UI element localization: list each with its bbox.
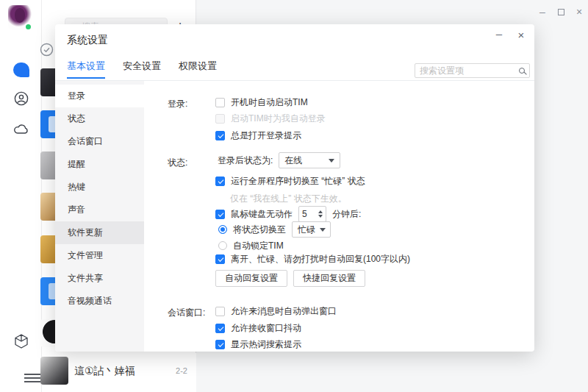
sidebar-item-cloud-files[interactable] <box>0 122 42 135</box>
tab-permission-settings[interactable]: 权限设置 <box>179 55 217 80</box>
checkbox-icon <box>215 324 225 333</box>
checkbox-icon <box>215 177 225 186</box>
dropdown-value: 忙碌 <box>298 224 315 236</box>
checkbox-label: 总是打开登录提示 <box>231 129 301 142</box>
nav-item-status[interactable]: 状态 <box>55 107 144 130</box>
checkbox-fullscreen-busy[interactable]: 运行全屏程序时切换至 “忙碌” 状态 <box>215 173 365 189</box>
tab-security-settings[interactable]: 安全设置 <box>123 55 161 80</box>
checkbox-icon <box>215 307 225 316</box>
checkbox-icon <box>215 340 225 349</box>
fullscreen-hint: 仅在 “我在线上” 状态下生效。 <box>230 193 347 205</box>
nav-item-av-call[interactable]: 音视频通话 <box>55 290 144 313</box>
radio-switch-status[interactable]: 将状态切换至 忙碌 <box>218 221 331 238</box>
hamburger-icon <box>24 374 40 375</box>
nav-item-login[interactable]: 登录 <box>55 85 144 107</box>
dialog-minimize-button[interactable]: – <box>492 26 506 41</box>
app-minimize-button[interactable]: – <box>535 4 550 19</box>
nav-item-session[interactable]: 会话窗口 <box>55 130 144 153</box>
tab-basic-settings[interactable]: 基本设置 <box>67 55 105 80</box>
nav-item-file-share[interactable]: 文件共享 <box>55 267 144 290</box>
autoreply-settings-button[interactable]: 自动回复设置 <box>215 270 287 287</box>
checkbox-icon <box>215 254 225 264</box>
chevron-down-icon <box>320 228 326 232</box>
sidebar-item-contacts[interactable] <box>0 91 42 106</box>
after-login-status-row: 登录后状态为: 在线 <box>218 152 340 168</box>
contacts-icon <box>14 91 29 106</box>
checkbox-hotword-search[interactable]: 显示热词搜索提示 <box>215 336 301 352</box>
list-item[interactable]: 這①詀丶婞福 2-2 <box>42 353 196 392</box>
settings-search-placeholder: 搜索设置项 <box>420 65 519 77</box>
chat-bubble-icon <box>13 63 29 77</box>
section-label-status: 状态: <box>168 157 187 169</box>
checkbox-autologin[interactable]: 启动TIM时为我自动登录 <box>215 110 326 126</box>
checkbox-icon <box>215 98 225 107</box>
checkbox-label: 允许接收窗口抖动 <box>231 322 301 335</box>
settings-search-input[interactable]: 搜索设置项 <box>415 63 530 78</box>
cloud-icon <box>13 122 29 135</box>
idle-suffix-label: 分钟后: <box>332 208 361 221</box>
checkbox-label: 离开、忙碌、请勿打扰时自动回复(100字以内) <box>231 253 410 266</box>
todo-filter-button[interactable] <box>40 43 54 59</box>
checkbox-idle[interactable]: 鼠标键盘无动作 5 分钟后: <box>215 206 361 222</box>
stepper-arrows-icon <box>318 210 323 218</box>
checkbox-label: 运行全屏程序时切换至 “忙碌” 状态 <box>231 175 365 188</box>
nav-item-file-manage[interactable]: 文件管理 <box>55 244 144 267</box>
after-login-status-label: 登录后状态为: <box>218 154 273 167</box>
section-label-session: 会话窗口: <box>168 307 205 319</box>
checkbox-label: 允许来消息时自动弹出窗口 <box>231 305 337 318</box>
checkbox-label: 显示热词搜索提示 <box>231 338 301 351</box>
online-status-dot <box>24 23 32 31</box>
dialog-title: 系统设置 <box>67 34 108 47</box>
cube-icon <box>12 332 30 350</box>
online-status-dropdown[interactable]: 在线 <box>279 152 340 168</box>
checkbox-icon <box>215 114 225 124</box>
section-label-login: 登录: <box>168 98 187 110</box>
radio-icon <box>218 225 227 234</box>
idle-minutes-stepper[interactable]: 5 <box>298 206 326 222</box>
sidebar-item-workspace[interactable] <box>0 332 42 350</box>
stepper-value: 5 <box>302 209 307 219</box>
nav-item-hotkeys[interactable]: 热键 <box>55 176 144 199</box>
check-circle-icon <box>40 43 54 57</box>
checkbox-window-shake[interactable]: 允许接收窗口抖动 <box>215 320 301 336</box>
dropdown-value: 在线 <box>284 154 302 167</box>
app-sidebar <box>0 0 42 392</box>
app-close-button[interactable]: × <box>572 4 587 19</box>
autoreply-buttons-row: 自动回复设置 快捷回复设置 <box>215 270 365 286</box>
radio-label: 将状态切换至 <box>233 224 286 236</box>
chat-name: 這①詀丶婞福 <box>74 365 135 378</box>
checkbox-autoreply[interactable]: 离开、忙碌、请勿打扰时自动回复(100字以内) <box>215 251 410 267</box>
sidebar-item-messages[interactable] <box>0 63 42 77</box>
checkbox-autostart[interactable]: 开机时自动启动TIM <box>215 94 308 110</box>
checkbox-login-prompt[interactable]: 总是打开登录提示 <box>215 127 301 143</box>
quickreply-settings-button[interactable]: 快捷回复设置 <box>293 270 365 287</box>
nav-item-sound[interactable]: 声音 <box>55 199 144 221</box>
search-icon <box>519 68 525 74</box>
checkbox-popup-on-message[interactable]: 允许来消息时自动弹出窗口 <box>215 303 337 319</box>
radio-label: 自动锁定TIM <box>233 240 284 252</box>
chevron-down-icon <box>329 159 334 163</box>
radio-icon <box>218 241 227 250</box>
checkbox-icon <box>215 210 225 219</box>
dialog-close-button[interactable]: × <box>514 28 528 43</box>
checkbox-icon <box>215 131 225 140</box>
nav-item-reminder[interactable]: 提醒 <box>55 153 144 176</box>
settings-nav: 登录 状态 会话窗口 提醒 热键 声音 软件更新 文件管理 文件共享 音视频通话 <box>55 81 144 352</box>
checkbox-label: 鼠标键盘无动作 <box>231 208 293 221</box>
chat-timestamp: 2-2 <box>176 366 187 375</box>
settings-dialog: 系统设置 – × 基本设置 安全设置 权限设置 搜索设置项 登录 状态 会话窗口… <box>55 24 534 352</box>
chat-avatar <box>40 357 68 385</box>
maximize-icon <box>558 9 564 15</box>
checkbox-label: 开机时自动启动TIM <box>231 96 308 109</box>
checkbox-label: 启动TIM时为我自动登录 <box>231 113 326 125</box>
busy-status-dropdown[interactable]: 忙碌 <box>292 221 331 238</box>
app-maximize-button[interactable] <box>553 4 568 19</box>
nav-item-update[interactable]: 软件更新 <box>55 221 144 244</box>
